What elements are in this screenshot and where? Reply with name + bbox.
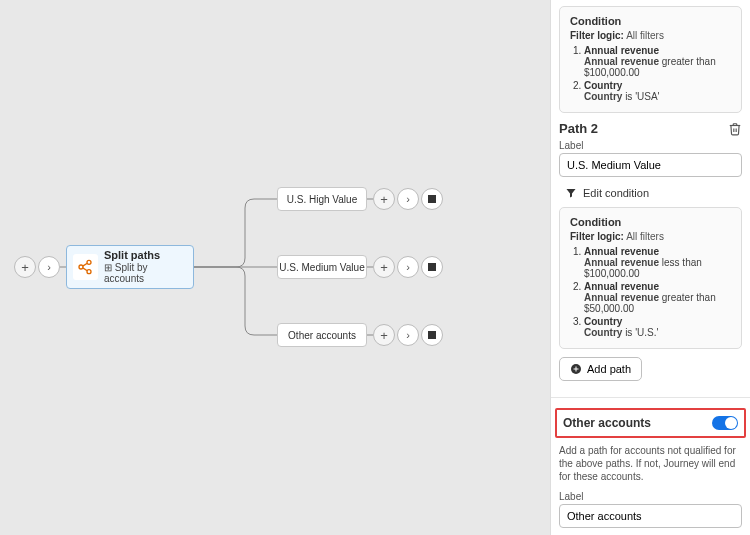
entry-chevron[interactable]: › (38, 256, 60, 278)
trash-icon[interactable] (728, 122, 742, 136)
svg-point-1 (79, 265, 83, 269)
filter-logic: Filter logic: All filters (570, 30, 731, 41)
path-node-3[interactable]: Other accounts (277, 323, 367, 347)
svg-point-2 (87, 270, 91, 274)
journey-canvas[interactable]: + › Split paths ⊞ Split by accounts U.S.… (0, 0, 550, 535)
add-step-button[interactable]: + (373, 188, 395, 210)
end-node[interactable] (421, 188, 443, 210)
add-path-button[interactable]: Add path (559, 357, 642, 381)
step-chevron[interactable]: › (397, 324, 419, 346)
split-node-title: Split paths (104, 249, 187, 262)
properties-panel: Condition Filter logic: All filters Annu… (550, 0, 750, 535)
path2-label-input[interactable] (559, 153, 742, 177)
add-before-button[interactable]: + (14, 256, 36, 278)
edit-condition-button[interactable]: Edit condition (559, 183, 742, 207)
path2-header: Path 2 (559, 121, 742, 136)
stop-icon (428, 195, 436, 203)
chevron-right-icon: › (406, 193, 410, 205)
path-node-1[interactable]: U.S. High Value (277, 187, 367, 211)
add-step-button[interactable]: + (373, 324, 395, 346)
other-accounts-section: Other accounts (555, 408, 746, 438)
path-3-trail: + › (373, 324, 443, 346)
split-paths-node[interactable]: Split paths ⊞ Split by accounts (66, 245, 194, 289)
condition-title: Condition (570, 216, 731, 228)
condition-list: Annual revenueAnnual revenue greater tha… (570, 45, 731, 102)
plus-icon: + (380, 328, 388, 343)
plus-circle-icon (570, 363, 582, 375)
path1-condition-box: Condition Filter logic: All filters Annu… (559, 6, 742, 113)
add-step-button[interactable]: + (373, 256, 395, 278)
other-accounts-helper: Add a path for accounts not qualified fo… (559, 444, 742, 483)
svg-line-3 (83, 263, 88, 266)
split-node-subtitle: ⊞ Split by accounts (104, 262, 187, 285)
end-node[interactable] (421, 256, 443, 278)
other-accounts-toggle[interactable] (712, 416, 738, 430)
chevron-right-icon: › (406, 329, 410, 341)
path2-title: Path 2 (559, 121, 598, 136)
path2-condition-box: Condition Filter logic: All filters Annu… (559, 207, 742, 349)
path-2-trail: + › (373, 256, 443, 278)
path-1-trail: + › (373, 188, 443, 210)
path-node-2[interactable]: U.S. Medium Value (277, 255, 367, 279)
label-caption: Label (559, 140, 742, 151)
share-icon (73, 254, 98, 280)
filter-icon (565, 187, 577, 199)
chevron-right-icon: › (47, 261, 51, 273)
plus-icon: + (380, 260, 388, 275)
svg-point-0 (87, 260, 91, 264)
canvas-entry: + › (14, 256, 60, 278)
plus-icon: + (380, 192, 388, 207)
condition-item: Annual revenueAnnual revenue greater tha… (584, 281, 731, 314)
plus-icon: + (21, 260, 29, 275)
step-chevron[interactable]: › (397, 256, 419, 278)
end-node[interactable] (421, 324, 443, 346)
svg-line-4 (83, 268, 88, 271)
label-caption: Label (559, 491, 742, 502)
chevron-right-icon: › (406, 261, 410, 273)
condition-item: Annual revenueAnnual revenue less than $… (584, 246, 731, 279)
condition-list: Annual revenueAnnual revenue less than $… (570, 246, 731, 338)
divider (551, 397, 750, 398)
stop-icon (428, 263, 436, 271)
condition-item: CountryCountry is 'U.S.' (584, 316, 731, 338)
other-accounts-label-input[interactable] (559, 504, 742, 528)
other-accounts-title: Other accounts (563, 416, 651, 430)
condition-item: Annual revenueAnnual revenue greater tha… (584, 45, 731, 78)
step-chevron[interactable]: › (397, 188, 419, 210)
condition-title: Condition (570, 15, 731, 27)
condition-item: CountryCountry is 'USA' (584, 80, 731, 102)
filter-logic: Filter logic: All filters (570, 231, 731, 242)
stop-icon (428, 331, 436, 339)
